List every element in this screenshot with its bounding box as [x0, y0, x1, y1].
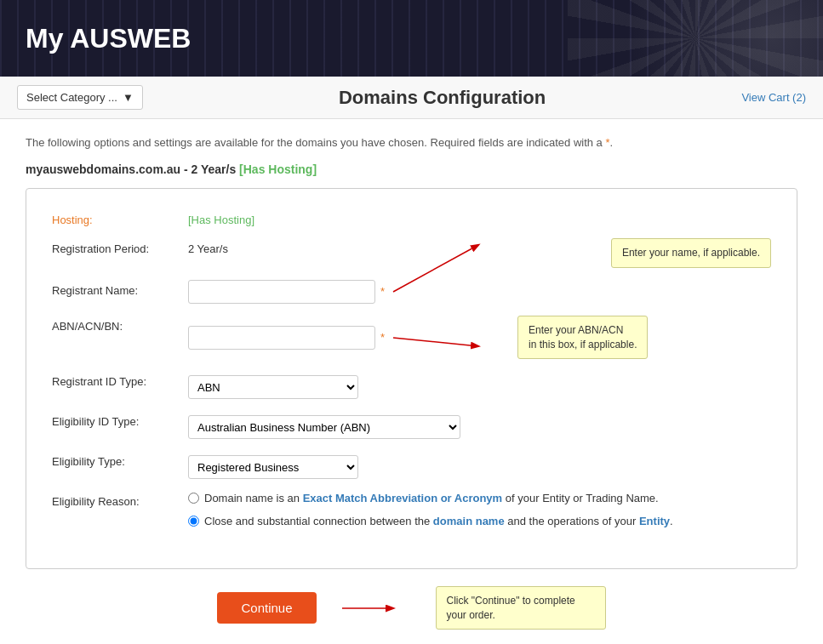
registrant-name-input[interactable] — [188, 280, 375, 304]
page-title: Domains Configuration — [143, 87, 742, 109]
hosting-has-hosting: [Has Hosting] — [188, 214, 254, 226]
info-text: The following options and settings are a… — [26, 136, 797, 149]
eligibility-id-type-label: Eligibility ID Type: — [52, 411, 188, 428]
eligibility-id-type-row: Eligibility ID Type: Australian Business… — [52, 411, 771, 439]
registration-period-value: 2 Year/s — [188, 238, 492, 255]
hosting-label: Hosting: — [52, 209, 188, 226]
eligibility-reason-text-1: Domain name is an Exact Match Abbreviati… — [204, 491, 659, 506]
abn-tooltip: Enter your ABN/ACN in this box, if appli… — [517, 316, 648, 360]
domain-name-highlight: domain name — [433, 515, 505, 527]
registrant-name-row: Registrant Name: * — [52, 280, 771, 304]
eligibility-reason-option1: Domain name is an Exact Match Abbreviati… — [188, 491, 771, 506]
name-tooltip: Enter your name, if applicable. — [611, 238, 771, 268]
abn-required: * — [380, 331, 385, 344]
registrant-id-type-value: ABN ACN BN — [188, 371, 771, 399]
view-cart-link[interactable]: View Cart (2) — [741, 91, 806, 104]
hosting-row: Hosting: [Has Hosting] — [52, 209, 771, 226]
info-text-before: The following options and settings are a… — [26, 136, 605, 149]
arrow-to-continue-tooltip — [342, 596, 410, 621]
navbar: Select Category ... ▼ Domains Configurat… — [0, 77, 823, 119]
abn-row: ABN/ACN/BN: * Enter your ABN/ACN in this… — [52, 316, 771, 360]
domain-heading: myauswebdomains.com.au - 2 Year/s [Has H… — [26, 162, 797, 176]
select-category-label: Select Category ... — [26, 91, 117, 104]
registrant-id-type-select[interactable]: ABN ACN BN — [188, 375, 358, 399]
chevron-down-icon: ▼ — [123, 91, 134, 104]
eligibility-type-label: Eligibility Type: — [52, 451, 188, 468]
continue-area: Continue Click "Continue" to complete yo… — [26, 586, 797, 630]
registrant-name-input-wrap: * — [188, 280, 771, 304]
eligibility-type-select[interactable]: Registered Business Commercial Statutory… — [188, 455, 358, 479]
page-header: My AUSWEB — [0, 0, 823, 77]
eligibility-type-row: Eligibility Type: Registered Business Co… — [52, 451, 771, 479]
eligibility-id-type-value: Australian Business Number (ABN) Austral… — [188, 411, 771, 439]
arrow-to-name-tooltip — [393, 283, 495, 300]
select-category-dropdown[interactable]: Select Category ... ▼ — [17, 85, 143, 110]
info-text-after: . — [610, 136, 614, 149]
eligibility-type-value: Registered Business Commercial Statutory… — [188, 451, 771, 479]
eligibility-reason-text-2: Close and substantial connection between… — [204, 514, 673, 529]
registrant-id-type-label: Registrant ID Type: — [52, 371, 188, 388]
main-content: The following options and settings are a… — [0, 119, 823, 644]
registration-period-row: Registration Period: 2 Year/s Enter your… — [52, 238, 771, 268]
domain-name-text: myauswebdomains.com.au - 2 Year/s — [26, 162, 236, 176]
abn-input[interactable] — [188, 326, 375, 350]
eligibility-reason-option2: Close and substantial connection between… — [188, 514, 771, 529]
registrant-name-label: Registrant Name: — [52, 280, 188, 297]
exact-match-highlight: Exact Match Abbreviation or Acronym — [303, 492, 503, 504]
abn-input-wrap: * Enter your ABN/ACN in this box, if app… — [188, 316, 771, 360]
registrant-name-required: * — [380, 285, 385, 298]
eligibility-reason-options: Domain name is an Exact Match Abbreviati… — [188, 491, 771, 535]
eligibility-reason-row: Eligibility Reason: Domain name is an Ex… — [52, 491, 771, 535]
registration-period-label: Registration Period: — [52, 238, 188, 255]
continue-tooltip: Click "Continue" to complete your order. — [436, 586, 606, 630]
has-hosting-heading: [Has Hosting] — [239, 162, 317, 176]
eligibility-reason-radio-2[interactable] — [188, 516, 199, 527]
site-title: My AUSWEB — [26, 23, 191, 54]
entity-highlight: Entity — [639, 515, 670, 527]
eligibility-reason-radio-1[interactable] — [188, 493, 199, 504]
continue-button[interactable]: Continue — [217, 592, 316, 624]
eligibility-reason-label: Eligibility Reason: — [52, 491, 188, 508]
arrow-to-abn-tooltip — [393, 329, 495, 346]
hosting-value: [Has Hosting] — [188, 209, 771, 226]
abn-label: ABN/ACN/BN: — [52, 316, 188, 333]
registrant-id-type-row: Registrant ID Type: ABN ACN BN — [52, 371, 771, 399]
svg-line-1 — [393, 338, 478, 346]
form-box: Hosting: [Has Hosting] Registration Peri… — [26, 188, 797, 569]
eligibility-id-type-select[interactable]: Australian Business Number (ABN) Austral… — [188, 415, 460, 439]
